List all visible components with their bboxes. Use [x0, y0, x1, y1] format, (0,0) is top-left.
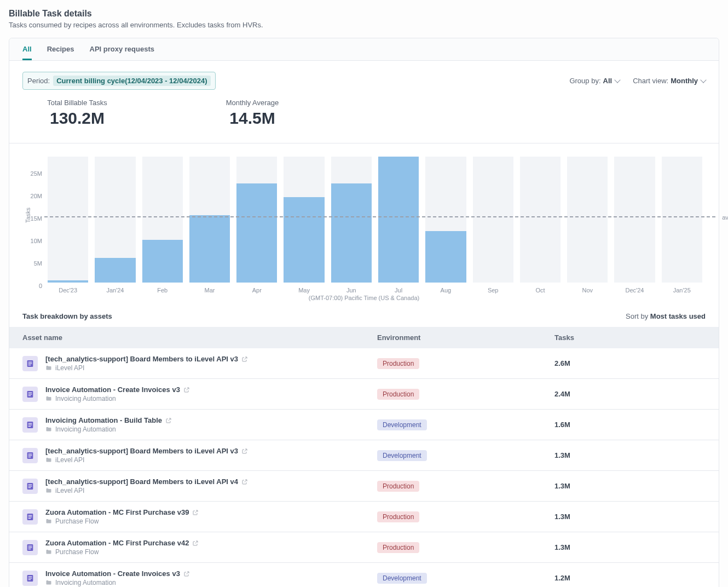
asset-name-link[interactable]: Invoicing Automation - Build Table	[45, 416, 172, 424]
stat-label: Monthly Average	[198, 99, 307, 107]
folder-icon	[45, 549, 52, 555]
bar[interactable]	[331, 183, 372, 283]
environment-badge: Production	[377, 358, 419, 369]
tasks-count: 1.2M	[541, 563, 719, 588]
environment-badge: Production	[377, 389, 419, 400]
table-row[interactable]: [tech_analytics-support] Board Members t…	[9, 471, 719, 502]
table-row[interactable]: [tech_analytics-support] Board Members t…	[9, 440, 719, 471]
tasks-count: 1.6M	[541, 410, 719, 440]
bar-slot	[236, 157, 277, 283]
asset-name-link[interactable]: [tech_analytics-support] Board Members t…	[45, 355, 248, 363]
x-tick: Feb	[139, 287, 186, 294]
environment-badge: Production	[377, 542, 419, 553]
folder-icon	[45, 365, 52, 371]
asset-name-link[interactable]: Zuora Automation - MC First Purchase v39	[45, 508, 199, 516]
bar[interactable]	[48, 280, 88, 283]
folder-icon	[45, 395, 52, 402]
folder-icon	[45, 487, 52, 494]
tasks-count: 1.3M	[541, 532, 719, 563]
recipe-icon	[22, 356, 38, 371]
asset-folder: Invoicing Automation	[45, 425, 172, 433]
asset-folder: Invoicing Automation	[45, 395, 190, 402]
svg-rect-21	[28, 515, 32, 515]
folder-icon	[45, 579, 52, 586]
external-link-icon	[183, 387, 190, 393]
svg-rect-15	[28, 457, 31, 457]
column-header[interactable]: Tasks	[541, 327, 719, 348]
group-by-dropdown[interactable]: Group by: All	[569, 77, 620, 85]
asset-name-link[interactable]: [tech_analytics-support] Board Members t…	[45, 477, 248, 486]
folder-icon	[45, 518, 52, 525]
bar-slot	[520, 157, 561, 283]
tab-api-proxy-requests[interactable]: API proxy requests	[90, 38, 155, 60]
recipe-icon	[22, 479, 38, 494]
timezone-label: (GMT-07:00) Pacific Time (US & Canada)	[22, 295, 706, 301]
y-tick: 25M	[31, 170, 42, 177]
asset-name-link[interactable]: Invoice Automation - Create Invoices v3	[45, 569, 190, 578]
external-link-icon	[192, 509, 199, 516]
tasks-count: 1.3M	[541, 440, 719, 471]
tab-bar: AllRecipesAPI proxy requests	[9, 38, 719, 61]
x-tick: Jan'25	[658, 287, 706, 294]
x-tick: Apr	[233, 287, 280, 294]
period-label: Period:	[27, 77, 50, 85]
svg-rect-2	[28, 363, 32, 364]
stat-value: 14.5M	[198, 109, 307, 128]
environment-badge: Production	[377, 481, 419, 492]
table-row[interactable]: Zuora Automation - MC First Purchase v42…	[9, 532, 719, 563]
bar[interactable]	[142, 240, 183, 283]
svg-rect-17	[28, 484, 32, 485]
environment-badge: Development	[377, 419, 427, 430]
group-by-label: Group by:	[569, 77, 600, 85]
tasks-count: 1.3M	[541, 502, 719, 532]
tasks-count: 2.6M	[541, 348, 719, 379]
table-row[interactable]: Invoice Automation - Create Invoices v3I…	[9, 563, 719, 588]
sort-by-dropdown[interactable]: Sort by Most tasks used	[626, 312, 706, 320]
bar-slot	[473, 157, 513, 283]
asset-name-link[interactable]: Zuora Automation - MC First Purchase v42	[45, 539, 199, 547]
svg-rect-10	[28, 424, 32, 425]
bar[interactable]	[189, 215, 230, 283]
external-link-icon	[192, 540, 199, 546]
column-header[interactable]: Asset name	[9, 327, 364, 348]
period-selector[interactable]: Period: Current billing cycle(12/04/2023…	[22, 72, 216, 90]
table-row[interactable]: [tech_analytics-support] Board Members t…	[9, 348, 719, 379]
recipe-icon	[22, 571, 38, 586]
bar-slot	[614, 157, 655, 283]
chart-view-dropdown[interactable]: Chart view: Monthly	[633, 77, 706, 85]
tab-recipes[interactable]: Recipes	[47, 38, 74, 60]
svg-rect-9	[28, 423, 32, 423]
x-tick: Jun	[328, 287, 375, 294]
y-tick: 15M	[31, 215, 42, 222]
chevron-down-icon	[700, 77, 706, 83]
svg-rect-5	[28, 392, 32, 393]
table-row[interactable]: Invoice Automation - Create Invoices v3I…	[9, 379, 719, 410]
period-value: Current billing cycle(12/04/2023 - 12/04…	[53, 76, 210, 86]
bar-slot	[48, 157, 88, 283]
y-tick: 0	[39, 283, 42, 289]
chart-view-value: Monthly	[671, 77, 698, 85]
bar[interactable]	[378, 157, 419, 283]
svg-rect-26	[28, 547, 32, 548]
bar[interactable]	[236, 183, 277, 283]
y-tick: 5M	[34, 260, 42, 267]
table-row[interactable]: Zuora Automation - MC First Purchase v39…	[9, 502, 719, 532]
svg-rect-11	[28, 426, 31, 427]
external-link-icon	[241, 356, 248, 362]
bar[interactable]	[95, 258, 135, 283]
external-link-icon	[241, 448, 248, 454]
table-row[interactable]: Invoicing Automation - Build TableInvoic…	[9, 410, 719, 440]
asset-name-link[interactable]: [tech_analytics-support] Board Members t…	[45, 447, 248, 455]
bar[interactable]	[284, 197, 324, 283]
tab-all[interactable]: All	[22, 38, 32, 60]
x-tick: Oct	[517, 287, 564, 294]
svg-rect-25	[28, 545, 32, 546]
recipe-icon	[22, 509, 38, 525]
bar-slot	[331, 157, 372, 283]
asset-name-link[interactable]: Invoice Automation - Create Invoices v3	[45, 385, 190, 394]
avg-label: avg	[722, 214, 728, 221]
environment-badge: Development	[377, 450, 427, 461]
recipe-icon	[22, 540, 38, 555]
bar[interactable]	[425, 231, 466, 283]
column-header[interactable]: Environment	[364, 327, 541, 348]
